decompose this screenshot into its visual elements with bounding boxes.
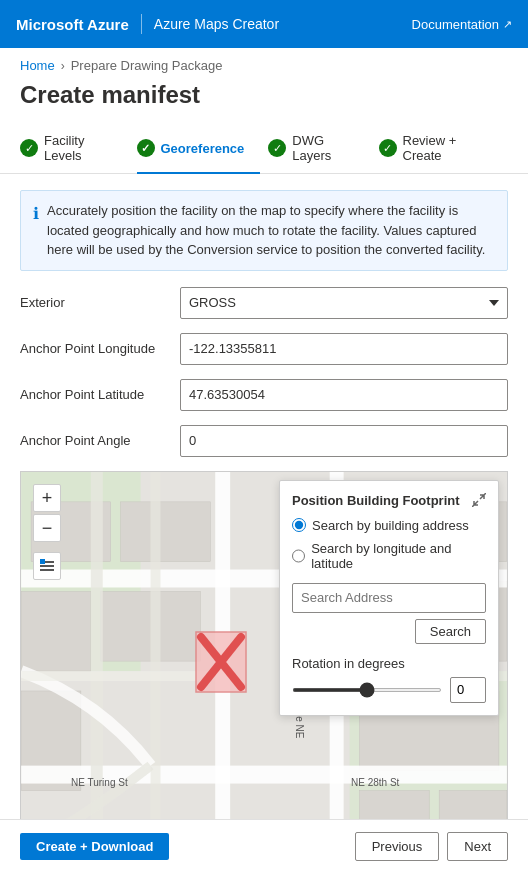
- step-label: Facility Levels: [44, 133, 113, 163]
- anchor-angle-input[interactable]: [180, 425, 508, 457]
- rotation-slider[interactable]: [292, 688, 442, 692]
- map-container[interactable]: NE Turing St NE 28th St 156th Ave NE 3N …: [20, 471, 508, 874]
- anchor-latitude-input[interactable]: [180, 379, 508, 411]
- map-zoom-controls: + −: [33, 484, 61, 542]
- step-dwg-layers[interactable]: ✓ DWG Layers: [268, 123, 370, 173]
- svg-rect-29: [40, 559, 45, 564]
- radio-latlng-input[interactable]: [292, 549, 305, 563]
- step-check-icon: ✓: [137, 139, 155, 157]
- zoom-out-button[interactable]: −: [33, 514, 61, 542]
- anchor-latitude-row: Anchor Point Latitude: [20, 379, 508, 411]
- radio-address-text: Search by building address: [312, 518, 469, 533]
- svg-rect-4: [121, 501, 211, 561]
- breadcrumb-current: Prepare Drawing Package: [71, 58, 223, 73]
- step-check-icon: ✓: [20, 139, 38, 157]
- svg-rect-5: [21, 591, 91, 671]
- breadcrumb: Home › Prepare Drawing Package: [0, 48, 528, 77]
- step-label: Review + Create: [403, 133, 484, 163]
- wizard-steps: ✓ Facility Levels ✓ Georeference ✓ DWG L…: [0, 123, 528, 174]
- building-marker: [181, 627, 261, 697]
- street-label-28th: NE 28th St: [351, 777, 399, 788]
- page-title: Create manifest: [0, 77, 528, 123]
- product-name: Azure Maps Creator: [154, 16, 279, 32]
- radio-address-label[interactable]: Search by building address: [292, 518, 486, 533]
- docs-link[interactable]: Documentation ↗: [412, 17, 512, 32]
- info-text: Accurately position the facility on the …: [47, 201, 495, 260]
- footprint-panel-header: Position Building Footprint: [292, 493, 486, 508]
- map-layer-button[interactable]: [33, 552, 61, 580]
- rotation-value-input[interactable]: [450, 677, 486, 703]
- radio-address-input[interactable]: [292, 518, 306, 532]
- exterior-row: Exterior GROSS: [20, 287, 508, 319]
- search-address-input[interactable]: [292, 583, 486, 613]
- footprint-panel: Position Building Footprint Search by bu…: [279, 480, 499, 716]
- exterior-select[interactable]: GROSS: [180, 287, 508, 319]
- brand-name: Microsoft Azure: [16, 16, 129, 33]
- radio-latlng-label[interactable]: Search by longitude and latitude: [292, 541, 486, 571]
- anchor-angle-row: Anchor Point Angle: [20, 425, 508, 457]
- anchor-longitude-row: Anchor Point Longitude: [20, 333, 508, 365]
- step-label: Georeference: [161, 141, 245, 156]
- street-label-turing: NE Turing St: [71, 777, 128, 788]
- footprint-panel-collapse[interactable]: [472, 493, 486, 507]
- rotation-row: [292, 677, 486, 703]
- top-navigation: Microsoft Azure Azure Maps Creator Docum…: [0, 0, 528, 48]
- search-button[interactable]: Search: [415, 619, 486, 644]
- previous-button[interactable]: Previous: [355, 832, 440, 861]
- info-icon: ℹ: [33, 202, 39, 260]
- search-type-group: Search by building address Search by lon…: [292, 518, 486, 571]
- radio-latlng-text: Search by longitude and latitude: [311, 541, 486, 571]
- search-input-section: Search: [292, 583, 486, 644]
- step-label: DWG Layers: [292, 133, 354, 163]
- svg-rect-27: [40, 565, 54, 567]
- anchor-angle-label: Anchor Point Angle: [20, 433, 180, 448]
- step-check-icon: ✓: [379, 139, 397, 157]
- nav-divider: [141, 14, 142, 34]
- rotation-section: Rotation in degrees: [292, 656, 486, 703]
- rotation-label: Rotation in degrees: [292, 656, 486, 671]
- form-section: Exterior GROSS Anchor Point Longitude An…: [0, 287, 528, 457]
- exterior-label: Exterior: [20, 295, 180, 310]
- external-link-icon: ↗: [503, 18, 512, 31]
- bottom-action-bar: Create + Download Previous Next: [0, 819, 528, 873]
- create-download-button[interactable]: Create + Download: [20, 833, 169, 860]
- breadcrumb-home[interactable]: Home: [20, 58, 55, 73]
- next-button[interactable]: Next: [447, 832, 508, 861]
- footprint-panel-title: Position Building Footprint: [292, 493, 460, 508]
- step-review-create[interactable]: ✓ Review + Create: [379, 123, 500, 173]
- zoom-in-button[interactable]: +: [33, 484, 61, 512]
- info-banner: ℹ Accurately position the facility on th…: [20, 190, 508, 271]
- svg-rect-28: [40, 569, 54, 571]
- anchor-longitude-input[interactable]: [180, 333, 508, 365]
- step-georeference[interactable]: ✓ Georeference: [137, 123, 261, 173]
- breadcrumb-separator: ›: [61, 59, 65, 73]
- anchor-long-label: Anchor Point Longitude: [20, 341, 180, 356]
- search-button-row: Search: [292, 619, 486, 644]
- step-facility-levels[interactable]: ✓ Facility Levels: [20, 123, 129, 173]
- step-check-icon: ✓: [268, 139, 286, 157]
- anchor-lat-label: Anchor Point Latitude: [20, 387, 180, 402]
